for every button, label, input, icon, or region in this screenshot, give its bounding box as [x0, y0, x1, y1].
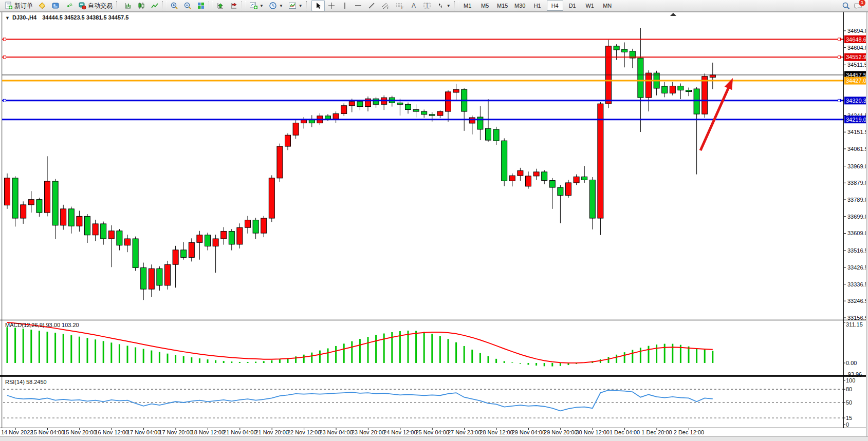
- bar-chart-button[interactable]: [121, 0, 135, 11]
- rsi-axis-label: 0: [846, 421, 849, 428]
- tile-windows-button[interactable]: [194, 0, 208, 11]
- price-tick-label: 33426.5: [847, 264, 868, 271]
- price-tick-label: 33336.5: [847, 281, 868, 287]
- crosshair-button[interactable]: [325, 0, 338, 11]
- candle-body: [670, 86, 675, 93]
- rsi-axis-label: 15: [846, 415, 852, 421]
- signals-button[interactable]: [62, 0, 76, 11]
- candle-body: [413, 109, 419, 111]
- shift-chart-icon: [230, 2, 238, 10]
- candle-body: [213, 239, 218, 246]
- timeframe-button-m5[interactable]: M5: [477, 1, 493, 11]
- candle-body: [189, 242, 194, 257]
- chevron-down-icon: ▼: [447, 4, 451, 8]
- candle-body: [269, 178, 274, 218]
- fibonacci-button[interactable]: F: [393, 0, 407, 11]
- notifications-icon[interactable]: 1: [854, 2, 863, 10]
- time-label: 29 Nov 04:00: [512, 429, 545, 435]
- candle-body: [277, 146, 283, 178]
- hline-anchor[interactable]: [838, 56, 841, 59]
- candle-body: [157, 269, 162, 285]
- title-expand-arrow[interactable]: ▼: [5, 15, 10, 21]
- chart-background[interactable]: [0, 12, 868, 441]
- candle-body: [710, 75, 715, 78]
- new-chart-button[interactable]: ▼: [247, 0, 266, 11]
- candle: [277, 144, 283, 182]
- candle-body: [582, 177, 587, 180]
- hline-anchor[interactable]: [838, 38, 841, 41]
- cursor-button[interactable]: [311, 0, 325, 11]
- candle-body: [421, 111, 427, 114]
- timeframe-button-h1[interactable]: H1: [529, 1, 546, 11]
- auto-trading-icon: [78, 2, 86, 10]
- candle-body: [21, 205, 26, 218]
- hline-anchor[interactable]: [4, 99, 6, 102]
- chart-symbol-timeframe: DJ30-,H4: [12, 14, 37, 21]
- timeframe-button-m1[interactable]: M1: [459, 1, 476, 11]
- candlestick-icon: [137, 2, 145, 10]
- time-label: 21 Nov 04:00: [223, 429, 256, 435]
- candle-body: [205, 235, 211, 246]
- line-chart-button[interactable]: [148, 0, 161, 11]
- macd-axis-label: 0.00: [846, 360, 857, 366]
- hline-anchor[interactable]: [4, 38, 6, 41]
- text-label-button[interactable]: T: [420, 0, 434, 11]
- market-button[interactable]: [49, 0, 62, 11]
- zoom-in-button[interactable]: [168, 0, 181, 11]
- candle-body: [533, 172, 539, 176]
- time-label: 25 Nov 04:00: [415, 429, 449, 435]
- timeframe-button-m15[interactable]: M15: [494, 1, 511, 11]
- trendline-button[interactable]: [365, 0, 378, 11]
- time-label: 17 Nov 04:00: [127, 429, 160, 435]
- macd-axis-label: 311.15: [846, 321, 863, 328]
- candle-body: [85, 216, 90, 235]
- time-axis[interactable]: 14 Nov 202215 Nov 04:0015 Nov 20:0016 No…: [1, 428, 704, 435]
- metaeditor-button[interactable]: [35, 0, 49, 11]
- search-icon[interactable]: [842, 2, 851, 10]
- chart-window[interactable]: MACD(12,26,9) 93.00 103.20311.150.00-93.…: [0, 0, 868, 441]
- trendline-icon: [367, 2, 376, 10]
- line-chart-icon: [151, 2, 159, 10]
- candle-body: [558, 187, 563, 196]
- text-button[interactable]: A: [407, 0, 420, 11]
- text-icon: A: [410, 2, 418, 10]
- time-label: 2 Dec 12:00: [674, 429, 704, 435]
- candle-body: [437, 111, 443, 116]
- zoom-out-button[interactable]: [181, 0, 194, 11]
- time-label: 30 Nov 12:00: [576, 429, 609, 435]
- candle-body: [197, 235, 202, 243]
- shift-chart-button[interactable]: [227, 0, 241, 11]
- candle-body: [36, 200, 42, 213]
- timeframe-button-d1[interactable]: D1: [564, 1, 581, 11]
- horizontal-line-button[interactable]: [352, 0, 365, 11]
- candle-body: [493, 129, 499, 141]
- candle-body: [373, 99, 379, 104]
- timeframe-button-h4[interactable]: H4: [547, 1, 563, 11]
- timeframe-button-w1[interactable]: W1: [582, 1, 598, 11]
- fibonacci-icon: F: [395, 2, 404, 10]
- auto-trading-button[interactable]: 自动交易: [76, 0, 115, 11]
- candle-body: [108, 231, 114, 239]
- new-order-button[interactable]: 新订单: [2, 0, 35, 11]
- profiles-button[interactable]: ▼: [266, 0, 286, 11]
- candlestick-button[interactable]: [135, 0, 148, 11]
- hline-anchor[interactable]: [4, 56, 6, 59]
- candle-body: [397, 103, 403, 104]
- price-tick-label: 34061.5: [847, 146, 868, 152]
- indicators-button[interactable]: ▼: [286, 0, 305, 11]
- timeframe-button-m30[interactable]: M30: [512, 1, 528, 11]
- svg-text:T: T: [426, 3, 429, 9]
- equidistant-channel-button[interactable]: E: [378, 0, 393, 11]
- candle-body: [45, 181, 50, 213]
- vertical-line-button[interactable]: [338, 0, 352, 11]
- candle-body: [429, 114, 435, 116]
- hline-anchor[interactable]: [838, 99, 841, 102]
- candle-body: [694, 89, 699, 114]
- arrange-charts-button[interactable]: [214, 0, 227, 11]
- candle-body: [574, 177, 579, 183]
- candle-body: [357, 102, 363, 107]
- time-label: 29 Nov 20:00: [544, 429, 577, 435]
- candle-body: [165, 264, 171, 285]
- arrows-button[interactable]: ▼: [434, 0, 453, 11]
- timeframe-button-mn[interactable]: MN: [599, 1, 616, 11]
